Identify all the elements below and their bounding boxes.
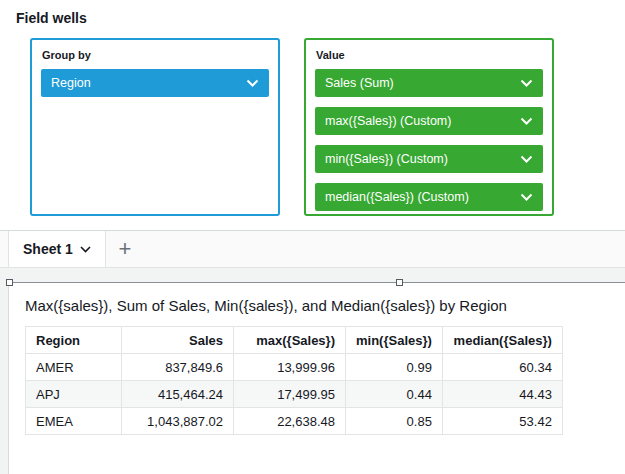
value-pill-sales-sum[interactable]: Sales (Sum) [315, 69, 543, 97]
value-pill-label: max({Sales}) (Custom) [325, 114, 451, 128]
column-header-median: median({Sales}) [442, 327, 562, 354]
value-well: Value Sales (Sum) max({Sales}) (Custom) … [304, 38, 554, 216]
cell-max: 13,999.96 [234, 354, 346, 381]
value-pill-label: median({Sales}) (Custom) [325, 190, 469, 204]
value-pill-label: Sales (Sum) [325, 76, 394, 90]
cell-median: 53.42 [442, 408, 562, 435]
sheet-tab-bar: Sheet 1 + [0, 231, 625, 268]
cell-median: 44.43 [442, 381, 562, 408]
value-pill-label: min({Sales}) (Custom) [325, 152, 448, 166]
cell-sales: 837,849.6 [122, 354, 234, 381]
table-header-row: Region Sales max({Sales}) min({Sales}) m… [26, 327, 563, 354]
cell-region: APJ [26, 381, 122, 408]
table-row: EMEA 1,043,887.02 22,638.48 0.85 53.42 [26, 408, 563, 435]
chevron-down-icon [520, 117, 533, 125]
cell-region: AMER [26, 354, 122, 381]
sheet-tab-label: Sheet 1 [23, 241, 73, 257]
chevron-down-icon [246, 79, 259, 87]
resize-handle-left[interactable] [6, 279, 13, 286]
cell-sales: 1,043,887.02 [122, 408, 234, 435]
cell-region: EMEA [26, 408, 122, 435]
resize-handle-middle[interactable] [396, 279, 403, 286]
column-header-region: Region [26, 327, 122, 354]
group-by-pill-region[interactable]: Region [41, 69, 269, 97]
add-sheet-button[interactable]: + [106, 231, 144, 267]
chevron-down-icon [520, 79, 533, 87]
cell-min: 0.44 [346, 381, 443, 408]
field-wells-section: Field wells Group by Region Value Sales … [0, 0, 625, 216]
group-by-well: Group by Region [30, 38, 280, 216]
selection-border [9, 282, 625, 283]
value-pill-min-custom[interactable]: min({Sales}) (Custom) [315, 145, 543, 173]
chevron-down-icon [520, 193, 533, 201]
column-header-max: max({Sales}) [234, 327, 346, 354]
tab-sheet-1[interactable]: Sheet 1 [8, 231, 106, 267]
cell-min: 0.99 [346, 354, 443, 381]
visual-title: Max({sales}), Sum of Sales, Min({sales})… [9, 283, 625, 326]
cell-max: 22,638.48 [234, 408, 346, 435]
table-row: AMER 837,849.6 13,999.96 0.99 60.34 [26, 354, 563, 381]
chevron-down-icon [80, 246, 91, 253]
table-visual[interactable]: Max({sales}), Sum of Sales, Min({sales})… [8, 282, 625, 474]
table-row: APJ 415,464.24 17,499.95 0.44 44.43 [26, 381, 563, 408]
cell-max: 17,499.95 [234, 381, 346, 408]
value-pill-median-custom[interactable]: median({Sales}) (Custom) [315, 183, 543, 211]
column-header-sales: Sales [122, 327, 234, 354]
cell-sales: 415,464.24 [122, 381, 234, 408]
column-header-min: min({Sales}) [346, 327, 443, 354]
field-wells-title: Field wells [16, 10, 611, 26]
cell-min: 0.85 [346, 408, 443, 435]
field-wells-panels: Group by Region Value Sales (Sum) max({S… [14, 38, 611, 216]
data-table: Region Sales max({Sales}) min({Sales}) m… [25, 326, 563, 435]
group-by-pill-label: Region [51, 76, 91, 90]
group-by-label: Group by [42, 49, 269, 61]
value-pill-max-custom[interactable]: max({Sales}) (Custom) [315, 107, 543, 135]
sheet-canvas: Max({sales}), Sum of Sales, Min({sales})… [0, 268, 625, 474]
chevron-down-icon [520, 155, 533, 163]
cell-median: 60.34 [442, 354, 562, 381]
value-label: Value [316, 49, 543, 61]
